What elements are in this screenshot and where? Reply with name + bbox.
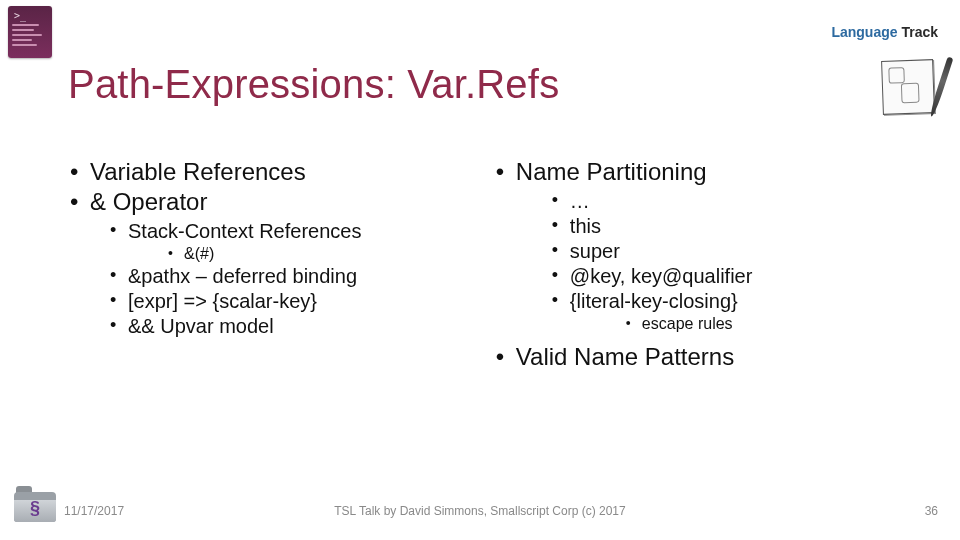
bullet-text: &(#) [184, 245, 214, 262]
list-item: Stack-Context References &(#) [90, 220, 474, 263]
list-item: & Operator Stack-Context References &(#)… [68, 188, 474, 338]
bullet-text: super [570, 240, 620, 262]
list-item: &(#) [128, 245, 474, 263]
bullet-text: &pathx – deferred binding [128, 265, 357, 287]
track-label: Language Track [831, 24, 938, 40]
page-number: 36 [925, 504, 938, 518]
terminal-icon [8, 6, 52, 58]
footer-date: 11/17/2017 [64, 504, 124, 518]
list-item: Valid Name Patterns [494, 343, 920, 371]
bullet-text: Valid Name Patterns [516, 343, 734, 370]
bullet-text: {literal-key-closing} [570, 290, 738, 312]
list-item: this [516, 215, 920, 238]
bullet-text: Stack-Context References [128, 220, 361, 242]
list-item: {literal-key-closing} escape rules [516, 290, 920, 333]
folder-icon: § [14, 492, 56, 522]
list-item: Variable References [68, 158, 474, 186]
list-item: &pathx – deferred binding [90, 265, 474, 288]
list-item: @key, key@qualifier [516, 265, 920, 288]
bullet-text: && Upvar model [128, 315, 274, 337]
bullet-text: escape rules [642, 315, 733, 332]
bullet-text: [expr] => {scalar-key} [128, 290, 317, 312]
footer-credit: TSL Talk by David Simmons, Smallscript C… [334, 504, 625, 518]
left-column: Variable References & Operator Stack-Con… [68, 158, 474, 373]
bullet-text: … [570, 190, 590, 212]
list-item: Name Partitioning … this super @key, key… [494, 158, 920, 333]
content-columns: Variable References & Operator Stack-Con… [68, 158, 920, 373]
list-item: && Upvar model [90, 315, 474, 338]
bullet-text: Name Partitioning [516, 158, 707, 185]
list-item: … [516, 190, 920, 213]
list-item: [expr] => {scalar-key} [90, 290, 474, 313]
track-label-blue: Language [831, 24, 901, 40]
notepad-pen-icon [882, 58, 942, 116]
bullet-text: @key, key@qualifier [570, 265, 753, 287]
bullet-text: this [570, 215, 601, 237]
bullet-text: Variable References [90, 158, 306, 185]
track-label-dark: Track [901, 24, 938, 40]
slide-title: Path-Expressions: Var.Refs [68, 62, 559, 107]
list-item: escape rules [570, 315, 920, 333]
right-column: Name Partitioning … this super @key, key… [494, 158, 920, 373]
list-item: super [516, 240, 920, 263]
bullet-text: & Operator [90, 188, 207, 215]
terminal-icon-lines [12, 24, 48, 49]
